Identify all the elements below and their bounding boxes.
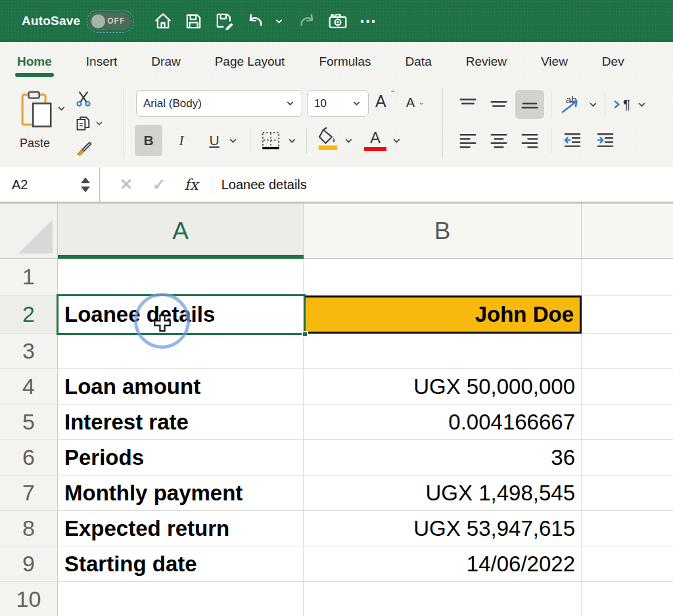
undo-icon[interactable] [244,9,266,33]
align-left-icon[interactable] [453,126,482,155]
cell-A4[interactable]: Loan amount [58,369,304,405]
format-painter-button[interactable] [75,138,93,158]
row-header-7[interactable]: 7 [0,475,58,511]
increase-indent-icon[interactable] [591,126,620,155]
cell-A6[interactable]: Periods [58,440,304,475]
align-center-icon[interactable] [484,126,513,155]
cell-B1[interactable] [304,259,582,296]
tab-review[interactable]: Review [465,52,507,72]
cell-C9[interactable] [582,546,673,582]
cell-B10[interactable] [304,582,582,616]
tab-insert[interactable]: Insert [85,52,118,72]
save-as-icon[interactable] [214,9,235,33]
tab-developer[interactable]: Dev [601,52,625,72]
fill-color-button[interactable] [316,127,340,154]
row-header-5[interactable]: 5 [0,405,58,440]
stepper-down-icon[interactable] [81,187,90,192]
align-right-icon[interactable] [515,126,544,155]
decrease-font-size-button[interactable]: A ˇ [406,95,415,110]
font-color-button[interactable]: A [364,130,386,151]
row-header-3[interactable]: 3 [0,334,58,369]
formula-input[interactable]: Loanee details [221,177,307,192]
cell-C4[interactable] [582,369,673,405]
increase-font-size-button[interactable]: A ˆ [375,92,386,111]
orientation-button[interactable]: ab [558,93,584,116]
wrap-text-button[interactable]: ¶ [612,97,630,112]
paste-button[interactable] [18,89,66,130]
cell-A10[interactable] [58,582,304,616]
cell-C10[interactable] [582,582,673,616]
cell-A9[interactable]: Starting date [58,546,304,582]
font-size-select[interactable]: 10 [307,90,369,117]
cell-A5[interactable]: Interest rate [58,405,304,440]
cell-B7[interactable]: UGX 1,498,545 [304,475,582,511]
cancel-icon[interactable]: ✕ [120,175,133,194]
copy-button[interactable] [75,114,104,133]
underline-button[interactable]: U [200,125,228,156]
column-header-c[interactable] [582,204,673,258]
row-header-9[interactable]: 9 [0,546,58,582]
name-box-stepper[interactable] [81,167,90,202]
cell-B5[interactable]: 0.004166667 [304,405,582,440]
row-header-8[interactable]: 8 [0,511,58,546]
home-icon[interactable] [152,9,174,33]
tab-view[interactable]: View [540,52,569,72]
cell-C8[interactable] [582,511,673,546]
column-header-a[interactable]: A [58,204,304,258]
cell-B8[interactable]: UGX 53,947,615 [304,511,582,546]
tab-home[interactable]: Home [16,52,53,72]
cell-A3[interactable] [58,334,304,369]
tab-formulas[interactable]: Formulas [318,52,371,72]
cell-C3[interactable] [582,334,673,369]
fill-color-dropdown-chevron[interactable] [344,136,354,146]
cell-B4[interactable]: UGX 50,000,000 [304,369,582,405]
cell-A1[interactable] [58,259,304,296]
orientation-dropdown-chevron[interactable] [588,100,598,110]
wrap-text-dropdown-chevron[interactable] [637,100,647,110]
row-6: 6 Periods 36 [0,440,673,475]
stepper-up-icon[interactable] [81,177,90,183]
font-name-select[interactable]: Arial (Body) [136,90,302,117]
font-color-dropdown-chevron[interactable] [392,136,402,146]
save-icon[interactable] [183,9,204,33]
row-header-10[interactable]: 10 [0,582,58,616]
cell-B3[interactable] [304,334,582,369]
screenshot-camera-icon[interactable] [327,9,348,33]
borders-dropdown-chevron[interactable] [287,136,297,146]
cell-B6[interactable]: 36 [304,440,582,475]
tab-data[interactable]: Data [405,52,432,72]
cell-A7[interactable]: Monthly payment [58,475,304,511]
undo-dropdown-chevron[interactable] [268,9,290,33]
row-header-6[interactable]: 6 [0,440,58,475]
tab-page-layout[interactable]: Page Layout [214,52,286,72]
cell-C5[interactable] [582,405,673,440]
row-header-1[interactable]: 1 [0,259,58,296]
cell-C7[interactable] [582,475,673,511]
tab-draw[interactable]: Draw [151,52,181,72]
decrease-indent-icon[interactable] [558,126,587,155]
underline-dropdown-chevron[interactable] [228,136,238,146]
align-middle-icon[interactable] [484,90,513,119]
align-top-icon[interactable] [453,90,482,119]
borders-button[interactable] [260,129,282,152]
name-box[interactable]: A2 [0,167,100,202]
cell-A8[interactable]: Expected return [58,511,304,546]
insert-function-icon[interactable]: fx [184,176,198,193]
italic-button[interactable]: I [168,125,195,156]
more-commands-icon[interactable]: ⋯ [358,9,379,33]
cell-B9[interactable]: 14/06/2022 [304,546,582,582]
select-all-corner[interactable] [0,204,58,258]
enter-icon[interactable]: ✓ [152,175,166,194]
cell-C1[interactable] [582,259,673,296]
align-bottom-icon[interactable] [515,90,544,119]
column-header-b[interactable]: B [304,204,582,258]
cell-A2-selected[interactable]: Loanee details [58,296,304,334]
cell-C2[interactable] [582,296,673,334]
bold-button[interactable]: B [135,125,162,156]
row-header-2[interactable]: 2 [0,296,58,334]
cell-C6[interactable] [582,440,673,475]
cut-button[interactable] [75,89,92,109]
row-header-4[interactable]: 4 [0,369,58,405]
cell-B2[interactable]: John Doe [304,296,582,334]
autosave-toggle[interactable]: OFF [89,12,131,30]
